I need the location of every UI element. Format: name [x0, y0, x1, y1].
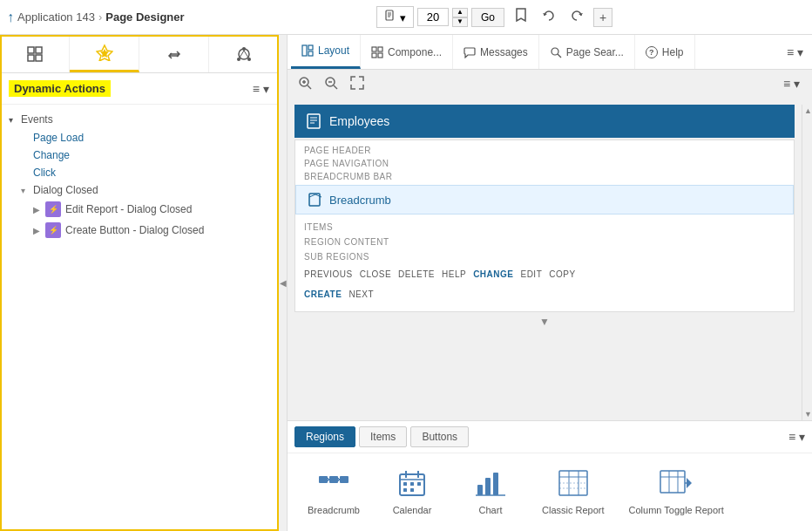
- btn-help[interactable]: HELP: [442, 268, 466, 281]
- svg-marker-65: [687, 478, 692, 488]
- btn-previous[interactable]: PREVIOUS: [304, 268, 353, 281]
- canvas-menu-button[interactable]: ≡ ▾: [778, 73, 805, 94]
- tree-item-click[interactable]: Click: [0, 164, 278, 181]
- bookmark-button[interactable]: [510, 3, 532, 31]
- bottom-tab-menu-button[interactable]: ≡ ▾: [788, 430, 805, 444]
- svg-rect-39: [340, 476, 348, 483]
- components-icon: [371, 46, 383, 58]
- btn-edit[interactable]: EDIT: [520, 268, 542, 281]
- tree-item-page-load[interactable]: Page Load: [0, 129, 278, 146]
- undo-button[interactable]: [538, 4, 560, 31]
- tab-rendering[interactable]: [0, 35, 70, 72]
- panel-header: Dynamic Actions ≡ ▾: [0, 73, 278, 105]
- svg-rect-22: [378, 53, 382, 58]
- page-file-btn[interactable]: ▾: [376, 6, 414, 28]
- svg-rect-4: [28, 47, 34, 53]
- page-selector: ▾ 20 ▲ ▼ Go: [376, 6, 504, 28]
- breadcrumb-region[interactable]: Breadcrumb: [295, 185, 794, 214]
- svg-rect-6: [28, 55, 34, 61]
- btn-change[interactable]: CHANGE: [473, 268, 513, 281]
- messages-tab-label: Messages: [480, 46, 528, 58]
- tab-shared-components[interactable]: [209, 35, 278, 72]
- redo-button[interactable]: [565, 4, 588, 31]
- grid-item-chart[interactable]: Chart: [451, 460, 530, 524]
- page-number-input[interactable]: 20: [417, 8, 449, 26]
- expand-btn[interactable]: [347, 74, 368, 94]
- undo-icon: [541, 8, 557, 24]
- processing-icon: [166, 45, 183, 63]
- canvas-toolbar: ≡ ▾: [288, 70, 812, 98]
- tab-layout[interactable]: Layout: [291, 35, 361, 69]
- canvas-with-scroll: Employees PAGE HEADER PAGE NAVIGATION BR…: [288, 105, 812, 420]
- page-navigation-label: PAGE NAVIGATION: [295, 157, 794, 170]
- page-spinner: ▲ ▼: [452, 8, 468, 27]
- btn-create[interactable]: CREATE: [304, 288, 342, 301]
- add-button[interactable]: +: [593, 8, 612, 27]
- bookmark-icon: [513, 7, 529, 23]
- svg-rect-7: [36, 55, 42, 61]
- canvas-toolbar-left: [294, 74, 368, 94]
- tree-item-change[interactable]: Change: [0, 146, 278, 164]
- grid-item-calendar[interactable]: Calendar: [373, 460, 451, 524]
- layout-tab-label: Layout: [318, 44, 349, 57]
- tree-events-header[interactable]: ▾ Events: [0, 110, 278, 129]
- column-toggle-grid-icon: [659, 469, 694, 500]
- tab-messages[interactable]: Messages: [453, 35, 539, 69]
- messages-icon: [464, 46, 476, 58]
- panel-menu-button[interactable]: ≡: [253, 82, 260, 96]
- tab-dynamic-actions[interactable]: [70, 35, 139, 72]
- svg-rect-50: [410, 488, 414, 492]
- tab-help[interactable]: ? Help: [635, 35, 695, 69]
- page-designer-label: Page Designer: [105, 10, 184, 24]
- breadcrumb-text: Breadcrumb: [329, 194, 391, 207]
- tree-item-edit-report[interactable]: ▶ ⚡ Edit Report - Dialog Closed: [0, 199, 278, 220]
- tree-item-create-button[interactable]: ▶ ⚡ Create Button - Dialog Closed: [0, 220, 278, 241]
- breadcrumb-grid-label: Breadcrumb: [308, 505, 360, 515]
- calendar-grid-icon: [398, 469, 426, 500]
- tab-processing[interactable]: [139, 35, 209, 72]
- page-header-label: PAGE HEADER: [295, 144, 794, 157]
- grid-item-classic-report[interactable]: Classic Report: [530, 460, 617, 524]
- btn-next[interactable]: NEXT: [348, 288, 374, 301]
- svg-point-11: [242, 47, 246, 51]
- page-up-btn[interactable]: ▲: [452, 8, 468, 17]
- zoom-out-btn[interactable]: [321, 74, 342, 94]
- tab-components[interactable]: Compone...: [361, 35, 453, 69]
- edit-report-da-icon: ⚡: [45, 201, 61, 217]
- svg-rect-5: [36, 47, 42, 53]
- canvas-scroll-area: Employees PAGE HEADER PAGE NAVIGATION BR…: [288, 105, 802, 420]
- panel-chevron-button[interactable]: ▾: [263, 82, 269, 96]
- right-tab-menu-button[interactable]: ≡ ▾: [782, 42, 809, 63]
- scroll-up-arrow[interactable]: ▲: [802, 105, 812, 117]
- tree-item-dialog-closed[interactable]: ▾ Dialog Closed: [0, 181, 278, 199]
- panel-tabs: [0, 35, 278, 73]
- top-bar-center: ▾ 20 ▲ ▼ Go +: [185, 3, 805, 31]
- chart-grid-icon: [475, 469, 506, 500]
- zoom-in-btn[interactable]: [294, 74, 315, 94]
- svg-point-23: [551, 48, 558, 55]
- btn-delete[interactable]: DELETE: [398, 268, 435, 281]
- app-label: Application 143: [17, 10, 95, 24]
- bottom-tab-regions[interactable]: Regions: [294, 426, 355, 447]
- employees-region[interactable]: Employees: [294, 105, 795, 138]
- scroll-down-arrow[interactable]: ▼: [802, 408, 812, 420]
- left-panel-collapse[interactable]: ◀: [279, 35, 288, 531]
- classic-report-grid-label: Classic Report: [542, 505, 605, 515]
- svg-line-24: [558, 54, 561, 58]
- classic-report-svg: [558, 469, 589, 497]
- svg-point-13: [237, 58, 240, 61]
- bottom-tab-items[interactable]: Items: [359, 426, 407, 447]
- up-icon: ↑: [7, 10, 14, 25]
- grid-item-breadcrumb[interactable]: Breadcrumb: [294, 460, 373, 524]
- bottom-tab-buttons[interactable]: Buttons: [410, 426, 469, 447]
- dynamic-actions-icon: [96, 44, 113, 61]
- svg-rect-61: [660, 471, 685, 493]
- page-down-btn[interactable]: ▼: [452, 17, 468, 27]
- btn-copy[interactable]: COPY: [549, 268, 575, 281]
- grid-item-column-toggle[interactable]: Column Toggle Report: [617, 460, 736, 524]
- btn-close[interactable]: CLOSE: [360, 268, 391, 281]
- go-button[interactable]: Go: [471, 8, 504, 27]
- tab-page-search[interactable]: Page Sear...: [539, 35, 635, 69]
- bottom-section: Regions Items Buttons ≡ ▾: [288, 420, 812, 531]
- events-label: Events: [21, 113, 53, 126]
